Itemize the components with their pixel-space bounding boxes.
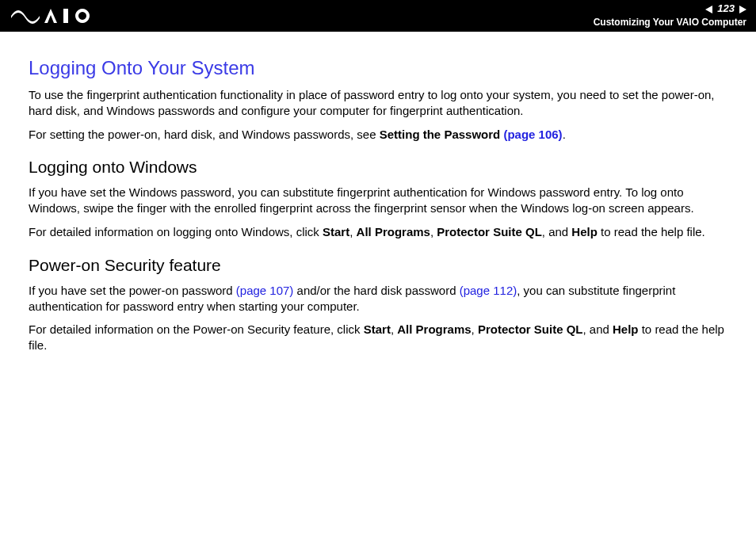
page-title: Logging Onto Your System bbox=[29, 57, 737, 79]
bold-help: Help bbox=[613, 322, 639, 336]
power-on-paragraph-1: If you have set the power-on password (p… bbox=[29, 283, 737, 315]
text: For setting the power-on, hard disk, and… bbox=[29, 128, 380, 141]
text: For detailed information on logging onto… bbox=[29, 225, 323, 238]
intro-paragraph-2: For setting the power-on, hard disk, and… bbox=[29, 127, 737, 143]
bold-protector-suite: Protector Suite QL bbox=[437, 225, 542, 238]
vaio-logo-svg bbox=[11, 7, 98, 25]
bold-start: Start bbox=[364, 322, 391, 336]
text: , bbox=[472, 322, 478, 336]
setting-password-bold: Setting the Password bbox=[380, 128, 504, 141]
bold-all-programs: All Programs bbox=[357, 225, 430, 238]
svg-rect-0 bbox=[63, 9, 68, 23]
header-right: 123 Customizing Your VAIO Computer bbox=[594, 3, 746, 28]
bold-help: Help bbox=[571, 225, 598, 238]
windows-paragraph-2: For detailed information on logging onto… bbox=[29, 224, 737, 240]
text: and/or the hard disk password bbox=[293, 284, 459, 297]
text: , and bbox=[542, 225, 572, 238]
prev-page-icon[interactable] bbox=[705, 6, 712, 13]
intro-paragraph-1: To use the fingerprint authentication fu… bbox=[29, 87, 737, 119]
text: , bbox=[349, 225, 356, 238]
text: , bbox=[391, 322, 397, 336]
vaio-logo bbox=[11, 6, 98, 25]
text: If you have set the power-on password bbox=[29, 284, 236, 297]
bold-all-programs: All Programs bbox=[397, 322, 471, 336]
text: For detailed information on the Power-on… bbox=[29, 322, 364, 336]
bold-start: Start bbox=[323, 225, 349, 238]
page-number: 123 bbox=[717, 3, 735, 15]
bold-protector-suite: Protector Suite QL bbox=[478, 322, 583, 336]
subheading-power-on: Power-on Security feature bbox=[29, 256, 737, 275]
page-content: Logging Onto Your System To use the fing… bbox=[0, 32, 756, 353]
section-title: Customizing Your VAIO Computer bbox=[594, 17, 746, 29]
subheading-logging-windows: Logging onto Windows bbox=[29, 158, 737, 177]
link-page-107[interactable]: (page 107) bbox=[236, 284, 294, 297]
windows-paragraph-1: If you have set the Windows password, yo… bbox=[29, 185, 737, 216]
power-on-paragraph-2: For detailed information on the Power-on… bbox=[29, 322, 737, 353]
link-page-112[interactable]: (page 112) bbox=[460, 284, 517, 297]
page-nav: 123 bbox=[705, 3, 746, 15]
header-bar: 123 Customizing Your VAIO Computer bbox=[0, 0, 756, 32]
next-page-icon[interactable] bbox=[739, 6, 746, 13]
text: to read the help file. bbox=[598, 225, 705, 238]
text: . bbox=[563, 128, 566, 141]
text: , and bbox=[582, 322, 613, 336]
link-page-106[interactable]: (page 106) bbox=[503, 128, 562, 141]
